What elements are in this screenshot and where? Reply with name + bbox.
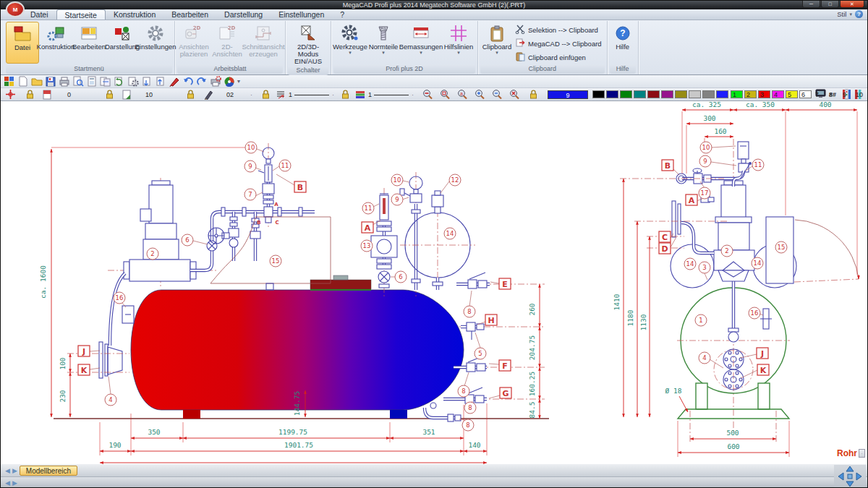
doc-refresh-icon[interactable]	[114, 76, 125, 87]
doc-export-icon[interactable]	[141, 76, 153, 87]
color-swatch[interactable]	[675, 90, 687, 98]
pen-caret-icon[interactable]: ·	[250, 91, 252, 98]
pen-lock-icon[interactable]	[186, 89, 195, 100]
linewidth-value[interactable]: 1	[368, 91, 372, 98]
tab-bearbeiten[interactable]: Bearbeiten	[163, 9, 216, 20]
megacad-clipboard-button[interactable]: MegaCAD --> Clipboard	[515, 38, 602, 50]
drawing-canvas[interactable]: ca. 1600 100 230 144.75 260 204.75 160.2…	[1, 101, 867, 464]
color-swatch[interactable]	[689, 90, 701, 98]
model-space-tab[interactable]: Modellbereich	[20, 466, 77, 476]
tab-darstellung[interactable]: Darstellung	[216, 9, 271, 20]
redline-pen-icon[interactable]	[169, 76, 180, 87]
pen-number-button[interactable]: 8	[824, 91, 838, 98]
darstellung-button[interactable]: Darstellung	[106, 22, 139, 64]
werkzeuge-button[interactable]: Werkzeuge ▾	[333, 22, 367, 64]
page-setup-icon[interactable]	[86, 76, 98, 87]
tab-konstruktion[interactable]: Konstruktion	[106, 9, 163, 20]
doc-settings-icon[interactable]	[127, 76, 139, 87]
normteile-button[interactable]: Normteile ▾	[367, 22, 400, 64]
tab-help[interactable]: ?	[332, 9, 352, 20]
group-lock-icon[interactable]	[105, 89, 114, 100]
view-forward-icon[interactable]: ▶	[12, 479, 17, 487]
undo-icon[interactable]	[182, 76, 194, 87]
pen-number-button[interactable]: 2	[741, 91, 755, 98]
layer-icon[interactable]	[43, 89, 53, 100]
einstellungen-button[interactable]: Einstellungen	[139, 22, 172, 64]
close-button[interactable]: ✕	[840, 1, 864, 8]
zoom-previous-icon[interactable]	[422, 89, 434, 100]
werkzeuge-caret-icon[interactable]: ▾	[349, 51, 352, 55]
style-caret-icon[interactable]: ▾	[849, 12, 852, 17]
pen-number-button[interactable]: 10	[851, 91, 867, 98]
tab-einstellungen[interactable]: Einstellungen	[271, 9, 332, 20]
layer-value[interactable]: 0	[67, 91, 71, 98]
pen-number-button[interactable]: 1	[728, 91, 741, 98]
sheet-back-icon[interactable]: ◀	[5, 467, 10, 474]
datei-button[interactable]: Datei	[6, 22, 39, 64]
zoom-window-icon[interactable]	[439, 89, 451, 100]
color-swatch[interactable]	[716, 90, 728, 98]
linetype-caret-icon[interactable]: ·	[332, 91, 334, 98]
active-color-swatch[interactable]: 9	[548, 90, 588, 99]
linetype-value[interactable]: 1	[289, 91, 292, 98]
linewidth-caret-icon[interactable]: ·	[412, 91, 414, 98]
color-swatch[interactable]	[634, 90, 646, 98]
minimize-button[interactable]: ─	[802, 1, 820, 8]
hilfslinien-caret-icon[interactable]: ▾	[457, 51, 460, 55]
bemassungen-button[interactable]: Bemassungen ▾	[400, 22, 442, 64]
2d-ansichten-button[interactable]: 2D 2D-Ansichten	[210, 22, 244, 64]
pan-control[interactable]	[834, 465, 866, 488]
sheet-forward-icon[interactable]: ▶	[12, 467, 17, 474]
rohr-dropdown-icon[interactable]: ·	[859, 449, 865, 458]
color-swatch[interactable]	[647, 90, 660, 98]
print-settings-icon[interactable]	[210, 76, 221, 87]
2d3d-modus-button[interactable]: 2D/3D-Modus EIN/AUS	[288, 22, 328, 65]
pen-number-button[interactable]: 7	[810, 91, 824, 98]
toolbar-options-icon[interactable]: ▾	[237, 78, 240, 85]
hilfslinien-button[interactable]: Hilfslinien ▾	[442, 22, 475, 64]
hilfe-button[interactable]: ? Hilfe	[610, 22, 636, 64]
pen-number-button[interactable]: 6	[796, 91, 810, 98]
pen-number-button[interactable]: 9	[838, 91, 851, 98]
maximize-button[interactable]: □	[821, 1, 839, 8]
new-file-icon[interactable]	[17, 76, 29, 87]
rohr-label[interactable]: Rohr ·	[837, 448, 865, 458]
pen-icon[interactable]	[203, 89, 213, 100]
doc-link-icon[interactable]	[100, 76, 111, 87]
color-swatch[interactable]	[606, 90, 618, 98]
linewidth-icon[interactable]	[355, 89, 365, 100]
pen-number-button[interactable]: 3	[755, 91, 769, 98]
pen-number-button[interactable]: 5	[783, 91, 796, 98]
help-icon[interactable]: ?	[855, 10, 863, 18]
linetype-lock-icon[interactable]	[261, 89, 271, 100]
group-icon[interactable]	[122, 89, 132, 100]
color-swatch[interactable]	[661, 90, 673, 98]
bearbeiten-button[interactable]: Bearbeiten	[72, 22, 106, 64]
redo-icon[interactable]	[196, 76, 208, 87]
save-icon[interactable]	[45, 76, 56, 87]
tab-datei[interactable]: Datei	[22, 9, 56, 20]
doc-import-icon[interactable]	[155, 76, 166, 87]
konstruktion-button[interactable]: Konstruktion	[39, 22, 72, 64]
clipboard-caret-icon[interactable]: ▾	[495, 51, 498, 55]
style-menu[interactable]: Stil	[837, 10, 846, 18]
color-swatch[interactable]	[592, 90, 605, 98]
group-value[interactable]: 10	[145, 91, 153, 98]
app-colors-icon[interactable]	[4, 76, 15, 87]
color-swatch[interactable]	[702, 90, 715, 98]
linewidth-lock-icon[interactable]	[341, 89, 350, 100]
pen-number-button[interactable]: 4	[769, 91, 783, 98]
pen-value[interactable]: 02	[226, 91, 234, 98]
megacad-logo-icon[interactable]: M	[6, 1, 25, 17]
zoom-out-icon[interactable]	[491, 89, 503, 100]
color-swatch[interactable]	[620, 90, 632, 98]
zoom-in-icon[interactable]	[474, 89, 486, 100]
ansichten-plazieren-button[interactable]: 2D Ansichten plazieren	[177, 22, 210, 64]
color-lock-icon[interactable]	[529, 89, 538, 100]
linetype-icon[interactable]	[276, 89, 286, 100]
zoom-redraw-icon[interactable]	[509, 89, 521, 100]
selektion-clipboard-button[interactable]: Selektion --> Clipboard	[515, 24, 602, 36]
open-folder-icon[interactable]	[31, 76, 43, 87]
print-icon[interactable]	[59, 76, 70, 87]
layer-lock-icon[interactable]	[25, 89, 35, 100]
